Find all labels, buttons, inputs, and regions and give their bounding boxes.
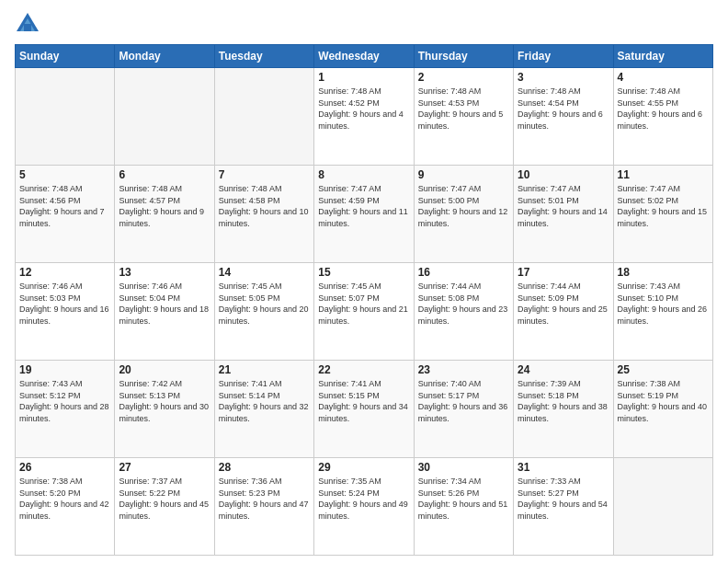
day-info: Sunrise: 7:48 AM Sunset: 4:58 PM Dayligh… — [219, 183, 310, 229]
day-cell: 14Sunrise: 7:45 AM Sunset: 5:05 PM Dayli… — [214, 263, 313, 361]
col-header-sunday: Sunday — [16, 45, 115, 68]
week-row-5: 26Sunrise: 7:38 AM Sunset: 5:20 PM Dayli… — [16, 458, 713, 556]
day-info: Sunrise: 7:33 AM Sunset: 5:27 PM Dayligh… — [518, 476, 609, 522]
day-number: 26 — [19, 461, 110, 474]
day-number: 5 — [19, 168, 110, 181]
day-cell — [16, 68, 115, 166]
day-cell: 2Sunrise: 7:48 AM Sunset: 4:53 PM Daylig… — [414, 68, 513, 166]
day-cell: 3Sunrise: 7:48 AM Sunset: 4:54 PM Daylig… — [514, 68, 613, 166]
day-number: 7 — [219, 168, 310, 181]
day-info: Sunrise: 7:48 AM Sunset: 4:54 PM Dayligh… — [518, 86, 609, 132]
day-number: 15 — [318, 266, 409, 279]
day-number: 4 — [618, 71, 709, 84]
day-cell — [613, 458, 712, 556]
day-info: Sunrise: 7:40 AM Sunset: 5:17 PM Dayligh… — [418, 378, 509, 424]
day-cell: 24Sunrise: 7:39 AM Sunset: 5:18 PM Dayli… — [514, 361, 613, 458]
day-info: Sunrise: 7:48 AM Sunset: 4:53 PM Dayligh… — [418, 86, 509, 132]
day-cell: 31Sunrise: 7:33 AM Sunset: 5:27 PM Dayli… — [514, 458, 613, 556]
day-cell: 28Sunrise: 7:36 AM Sunset: 5:23 PM Dayli… — [214, 458, 313, 556]
day-cell: 10Sunrise: 7:47 AM Sunset: 5:01 PM Dayli… — [514, 166, 613, 263]
day-info: Sunrise: 7:47 AM Sunset: 5:02 PM Dayligh… — [618, 183, 709, 229]
col-header-friday: Friday — [514, 45, 613, 68]
day-cell — [214, 68, 313, 166]
day-cell: 27Sunrise: 7:37 AM Sunset: 5:22 PM Dayli… — [115, 458, 214, 556]
day-info: Sunrise: 7:42 AM Sunset: 5:13 PM Dayligh… — [119, 378, 210, 424]
col-header-monday: Monday — [115, 45, 214, 68]
day-number: 17 — [518, 266, 609, 279]
day-cell: 11Sunrise: 7:47 AM Sunset: 5:02 PM Dayli… — [613, 166, 712, 263]
day-info: Sunrise: 7:47 AM Sunset: 4:59 PM Dayligh… — [318, 183, 409, 229]
day-number: 9 — [418, 168, 509, 181]
day-info: Sunrise: 7:37 AM Sunset: 5:22 PM Dayligh… — [119, 476, 210, 522]
day-info: Sunrise: 7:34 AM Sunset: 5:26 PM Dayligh… — [418, 476, 509, 522]
day-cell: 1Sunrise: 7:48 AM Sunset: 4:52 PM Daylig… — [314, 68, 414, 166]
day-number: 10 — [518, 168, 609, 181]
calendar: SundayMondayTuesdayWednesdayThursdayFrid… — [15, 44, 713, 556]
day-number: 2 — [418, 71, 509, 84]
day-info: Sunrise: 7:47 AM Sunset: 5:01 PM Dayligh… — [518, 183, 609, 229]
day-info: Sunrise: 7:45 AM Sunset: 5:07 PM Dayligh… — [318, 281, 409, 327]
day-cell: 23Sunrise: 7:40 AM Sunset: 5:17 PM Dayli… — [414, 361, 513, 458]
day-number: 19 — [19, 363, 110, 376]
day-number: 20 — [119, 363, 210, 376]
day-cell: 16Sunrise: 7:44 AM Sunset: 5:08 PM Dayli… — [414, 263, 513, 361]
day-info: Sunrise: 7:36 AM Sunset: 5:23 PM Dayligh… — [219, 476, 310, 522]
day-number: 14 — [219, 266, 310, 279]
day-cell: 18Sunrise: 7:43 AM Sunset: 5:10 PM Dayli… — [613, 263, 712, 361]
svg-rect-2 — [24, 24, 31, 31]
day-info: Sunrise: 7:43 AM Sunset: 5:12 PM Dayligh… — [19, 378, 110, 424]
day-info: Sunrise: 7:41 AM Sunset: 5:15 PM Dayligh… — [318, 378, 409, 424]
day-number: 23 — [418, 363, 509, 376]
day-cell: 21Sunrise: 7:41 AM Sunset: 5:14 PM Dayli… — [214, 361, 313, 458]
day-number: 11 — [618, 168, 709, 181]
day-info: Sunrise: 7:48 AM Sunset: 4:55 PM Dayligh… — [618, 86, 709, 132]
day-cell: 25Sunrise: 7:38 AM Sunset: 5:19 PM Dayli… — [613, 361, 712, 458]
day-number: 27 — [119, 461, 210, 474]
week-row-1: 1Sunrise: 7:48 AM Sunset: 4:52 PM Daylig… — [16, 68, 713, 166]
day-number: 1 — [318, 71, 409, 84]
calendar-header-row: SundayMondayTuesdayWednesdayThursdayFrid… — [16, 45, 713, 68]
day-info: Sunrise: 7:47 AM Sunset: 5:00 PM Dayligh… — [418, 183, 509, 229]
week-row-4: 19Sunrise: 7:43 AM Sunset: 5:12 PM Dayli… — [16, 361, 713, 458]
day-cell: 20Sunrise: 7:42 AM Sunset: 5:13 PM Dayli… — [115, 361, 214, 458]
day-info: Sunrise: 7:48 AM Sunset: 4:57 PM Dayligh… — [119, 183, 210, 229]
day-info: Sunrise: 7:41 AM Sunset: 5:14 PM Dayligh… — [219, 378, 310, 424]
day-cell: 6Sunrise: 7:48 AM Sunset: 4:57 PM Daylig… — [115, 166, 214, 263]
week-row-2: 5Sunrise: 7:48 AM Sunset: 4:56 PM Daylig… — [16, 166, 713, 263]
day-number: 6 — [119, 168, 210, 181]
day-cell: 8Sunrise: 7:47 AM Sunset: 4:59 PM Daylig… — [314, 166, 414, 263]
day-info: Sunrise: 7:46 AM Sunset: 5:03 PM Dayligh… — [19, 281, 110, 327]
col-header-saturday: Saturday — [613, 45, 712, 68]
day-number: 25 — [618, 363, 709, 376]
day-number: 30 — [418, 461, 509, 474]
day-number: 8 — [318, 168, 409, 181]
day-cell: 29Sunrise: 7:35 AM Sunset: 5:24 PM Dayli… — [314, 458, 414, 556]
day-number: 24 — [518, 363, 609, 376]
day-number: 3 — [518, 71, 609, 84]
day-info: Sunrise: 7:48 AM Sunset: 4:56 PM Dayligh… — [19, 183, 110, 229]
col-header-tuesday: Tuesday — [214, 45, 313, 68]
week-row-3: 12Sunrise: 7:46 AM Sunset: 5:03 PM Dayli… — [16, 263, 713, 361]
day-number: 21 — [219, 363, 310, 376]
day-cell: 26Sunrise: 7:38 AM Sunset: 5:20 PM Dayli… — [16, 458, 115, 556]
day-info: Sunrise: 7:44 AM Sunset: 5:08 PM Dayligh… — [418, 281, 509, 327]
day-info: Sunrise: 7:38 AM Sunset: 5:19 PM Dayligh… — [618, 378, 709, 424]
day-cell: 13Sunrise: 7:46 AM Sunset: 5:04 PM Dayli… — [115, 263, 214, 361]
day-number: 16 — [418, 266, 509, 279]
col-header-thursday: Thursday — [414, 45, 513, 68]
day-cell: 5Sunrise: 7:48 AM Sunset: 4:56 PM Daylig… — [16, 166, 115, 263]
day-cell: 9Sunrise: 7:47 AM Sunset: 5:00 PM Daylig… — [414, 166, 513, 263]
day-info: Sunrise: 7:44 AM Sunset: 5:09 PM Dayligh… — [518, 281, 609, 327]
day-cell: 19Sunrise: 7:43 AM Sunset: 5:12 PM Dayli… — [16, 361, 115, 458]
day-number: 22 — [318, 363, 409, 376]
day-cell — [115, 68, 214, 166]
day-cell: 7Sunrise: 7:48 AM Sunset: 4:58 PM Daylig… — [214, 166, 313, 263]
day-info: Sunrise: 7:45 AM Sunset: 5:05 PM Dayligh… — [219, 281, 310, 327]
day-number: 31 — [518, 461, 609, 474]
day-info: Sunrise: 7:48 AM Sunset: 4:52 PM Dayligh… — [318, 86, 409, 132]
page: SundayMondayTuesdayWednesdayThursdayFrid… — [0, 0, 728, 563]
day-info: Sunrise: 7:35 AM Sunset: 5:24 PM Dayligh… — [318, 476, 409, 522]
logo — [15, 11, 44, 37]
day-cell: 15Sunrise: 7:45 AM Sunset: 5:07 PM Dayli… — [314, 263, 414, 361]
day-info: Sunrise: 7:46 AM Sunset: 5:04 PM Dayligh… — [119, 281, 210, 327]
